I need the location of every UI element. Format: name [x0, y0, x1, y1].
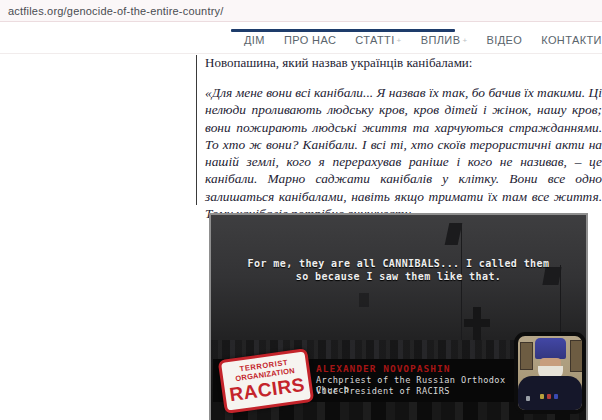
banner-quote-line1: For me, they are all CANNIBALS... I call…	[211, 257, 586, 270]
nav-item-articles[interactable]: СТАТТІ+	[355, 34, 401, 46]
banner-quote: For me, they are all CANNIBALS... I call…	[211, 257, 586, 283]
wall-frame	[520, 342, 533, 370]
medal	[554, 394, 558, 399]
text-column-rule	[196, 55, 197, 205]
medal	[540, 394, 544, 399]
flagpole-silhouette	[461, 223, 462, 343]
wall-frame	[570, 340, 583, 372]
flag-silhouette	[359, 293, 369, 307]
nav-item-contacts[interactable]: КОНТАКТИ	[541, 34, 602, 46]
banner-quote-line2: so because I saw them like that.	[211, 270, 586, 283]
dropdown-plus-icon: +	[397, 36, 402, 45]
nav-item-video[interactable]: ВІДЕО	[486, 34, 522, 46]
nav-item-influence[interactable]: ВПЛИВ+	[421, 34, 468, 46]
dropdown-plus-icon: +	[462, 36, 467, 45]
medal	[547, 394, 551, 399]
article-intro-line: Новопашина, який назвав українців каніба…	[205, 55, 602, 71]
flag-silhouette	[445, 223, 463, 245]
caption-role-2: Vice President of RACIRS	[316, 386, 450, 396]
site-nav: ДІМ ПРО НАС СТАТТІ+ ВПЛИВ+ ВІДЕО КОНТАКТ…	[0, 23, 602, 54]
priest-photo	[514, 332, 586, 414]
browser-url-bar[interactable]: actfiles.org/genocide-of-the-entire-coun…	[0, 0, 602, 22]
nav-progress-line	[231, 29, 455, 32]
browser-window: actfiles.org/genocide-of-the-entire-coun…	[0, 0, 602, 420]
medal	[526, 396, 530, 401]
nav-item-home[interactable]: ДІМ	[244, 34, 265, 46]
nav-items: ДІМ ПРО НАС СТАТТІ+ ВПЛИВ+ ВІДЕО КОНТАКТ…	[244, 34, 602, 46]
article-image: For me, they are all CANNIBALS... I call…	[209, 213, 588, 420]
url-text: actfiles.org/genocide-of-the-entire-coun…	[8, 5, 223, 17]
priest-hat	[535, 338, 566, 359]
article-quote-paragraph: «Для мене вони всі канібали... Я назвав …	[205, 84, 602, 222]
nav-item-about[interactable]: ПРО НАС	[284, 34, 336, 46]
caption-name: ALEXANDER NOVOPASHIN	[316, 363, 450, 374]
